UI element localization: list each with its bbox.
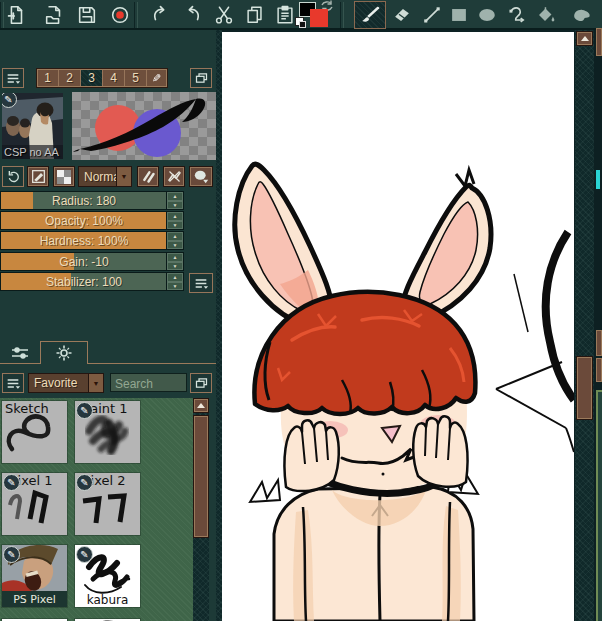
main-toolbar xyxy=(0,0,602,30)
dual-brush-button[interactable] xyxy=(137,166,159,187)
clipped-right-panel xyxy=(594,30,602,621)
undo-button[interactable] xyxy=(148,3,172,27)
brush-item-sketch[interactable]: Sketch xyxy=(2,401,67,463)
copy-button[interactable] xyxy=(243,3,267,27)
brush-stroke-preview xyxy=(72,92,218,160)
radius-spinner[interactable]: ▲▼ xyxy=(166,192,183,209)
clipped-button[interactable] xyxy=(596,28,602,56)
clipped-button[interactable] xyxy=(596,358,602,382)
background-color-swatch[interactable] xyxy=(310,9,328,27)
pencil-box-icon xyxy=(31,169,46,184)
tab-tool-settings[interactable] xyxy=(2,342,38,363)
ellipse-icon xyxy=(476,4,498,26)
edit-pencil-badge-icon[interactable]: ✎ xyxy=(76,474,93,491)
brush-shape-button[interactable] xyxy=(189,166,213,187)
canvas-scrollbar-track[interactable] xyxy=(575,30,594,621)
canvas[interactable] xyxy=(222,32,574,621)
brush-name: Sketch xyxy=(5,401,49,416)
brush-category-value: Favorite xyxy=(29,376,88,390)
tool-line-button[interactable] xyxy=(420,3,444,27)
redo-button[interactable] xyxy=(181,3,205,27)
brush-scrollbar-up-button[interactable] xyxy=(193,398,209,413)
opacity-spinner[interactable]: ▲▼ xyxy=(166,212,183,229)
paste-icon xyxy=(274,4,296,26)
left-panel: 1 2 3 4 5 ✎ xyxy=(0,30,216,621)
brush-search-field[interactable] xyxy=(110,373,187,392)
brush-item-kabura[interactable]: kabura ✎ xyxy=(75,545,140,607)
undo-icon xyxy=(149,4,171,26)
reset-transform-button[interactable] xyxy=(2,166,24,187)
edit-pencil-badge-icon[interactable]: ✎ xyxy=(3,546,20,563)
brush-name-band: PS Pixel xyxy=(2,591,67,607)
brush-icon xyxy=(359,4,381,26)
stabilizer-slider[interactable]: Stabilizer: 100 ▲▼ xyxy=(0,272,184,291)
canvas-tab-2[interactable]: 2 xyxy=(59,69,81,87)
blend-mode-value: Normal xyxy=(79,170,116,184)
tool-brush-button[interactable] xyxy=(354,1,386,29)
artwork-body xyxy=(274,487,474,621)
record-button[interactable] xyxy=(108,3,132,27)
clipped-button[interactable] xyxy=(596,330,602,356)
stabilizer-spinner[interactable]: ▲▼ xyxy=(166,273,183,290)
hardness-slider-label: Hardness: 100% xyxy=(1,232,167,249)
brush-preset-thumbnail[interactable]: ✎ CSP no AA xyxy=(2,93,63,159)
color-swatches[interactable] xyxy=(294,0,336,30)
hardness-slider[interactable]: Hardness: 100% ▲▼ xyxy=(0,231,184,250)
brush-item-pixel-2[interactable]: Pixel 2 ✎ xyxy=(75,473,140,535)
brush-category-dropdown[interactable]: Favorite ▼ xyxy=(28,373,104,393)
search-input[interactable] xyxy=(111,376,186,393)
tool-ellipse-button[interactable] xyxy=(475,3,499,27)
gain-slider-label: Gain: -10 xyxy=(1,253,167,270)
hardness-spinner[interactable]: ▲▼ xyxy=(166,232,183,249)
cut-button[interactable] xyxy=(212,3,236,27)
canvas-tab-3-active[interactable]: 3 xyxy=(81,69,103,87)
gain-slider[interactable]: Gain: -10 ▲▼ xyxy=(0,252,184,271)
radius-slider[interactable]: Radius: 180 ▲▼ xyxy=(0,191,184,210)
panel-menu-button[interactable] xyxy=(2,68,24,88)
tab-brush-library[interactable] xyxy=(40,341,88,364)
no-smoothing-button[interactable] xyxy=(163,166,185,187)
copy-icon xyxy=(244,4,266,26)
detach-library-button[interactable] xyxy=(190,373,212,393)
slider-options-button[interactable] xyxy=(189,273,213,293)
tool-eraser-button[interactable] xyxy=(390,3,414,27)
chevron-down-icon[interactable]: ▼ xyxy=(116,167,131,186)
edit-tabs-button[interactable]: ✎ xyxy=(147,69,167,87)
edit-pencil-badge-icon[interactable]: ✎ xyxy=(3,474,20,491)
canvas-tab-4[interactable]: 4 xyxy=(103,69,125,87)
tool-smudge-button[interactable] xyxy=(570,3,594,27)
canvas-scrollbar-up-button[interactable] xyxy=(576,31,593,46)
redo-icon xyxy=(182,4,204,26)
canvas-tab-1[interactable]: 1 xyxy=(37,69,59,87)
open-file-button[interactable] xyxy=(42,3,66,27)
save-button[interactable] xyxy=(75,3,99,27)
tool-fill-bucket-button[interactable] xyxy=(533,3,557,27)
chevron-down-icon[interactable]: ▼ xyxy=(88,374,103,392)
brush-item-pixel-1[interactable]: Pixel 1 ✎ xyxy=(2,473,67,535)
toolbar-separator xyxy=(340,2,344,28)
opacity-slider[interactable]: Opacity: 100% ▲▼ xyxy=(0,211,184,230)
open-file-icon xyxy=(43,4,65,26)
transparency-button[interactable] xyxy=(53,166,75,187)
canvas-tab-5[interactable]: 5 xyxy=(125,69,147,87)
canvas-scrollbar-thumb[interactable] xyxy=(576,356,593,420)
blend-mode-dropdown[interactable]: Normal ▼ xyxy=(78,166,132,187)
gain-spinner[interactable]: ▲▼ xyxy=(166,253,183,270)
brush-item-paint-1[interactable]: Paint 1 ✎ xyxy=(75,401,140,463)
checkerboard-icon xyxy=(57,170,71,184)
tool-curve-button[interactable] xyxy=(505,3,529,27)
dual-stroke-icon xyxy=(141,169,156,184)
edit-pencil-badge-icon[interactable]: ✎ xyxy=(76,546,93,563)
library-menu-button[interactable] xyxy=(2,373,24,393)
edit-pencil-badge-icon[interactable]: ✎ xyxy=(76,402,93,419)
gear-crosshair-icon xyxy=(55,344,73,362)
brush-item-ps-pixel[interactable]: PS Pixel ✎ xyxy=(2,545,67,607)
detach-navigator-button[interactable] xyxy=(190,68,212,88)
stabilizer-slider-label: Stabilizer: 100 xyxy=(1,273,167,290)
edit-brush-button[interactable] xyxy=(27,166,49,187)
tool-rectangle-button[interactable] xyxy=(447,3,471,27)
brush-scrollbar-thumb[interactable] xyxy=(193,415,209,538)
new-file-button[interactable] xyxy=(4,3,28,27)
scissors-icon xyxy=(213,4,235,26)
hamburger-menu-icon xyxy=(193,276,209,291)
